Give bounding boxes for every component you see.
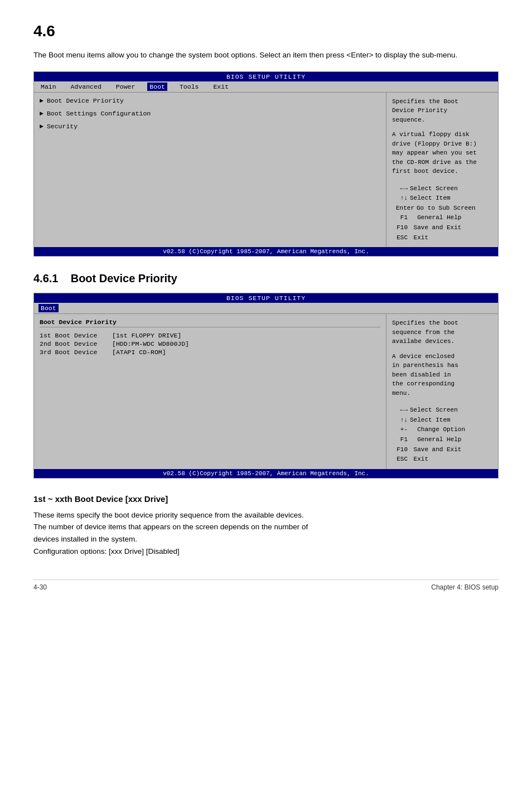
bios-main-title: BIOS SETUP UTILITY bbox=[34, 72, 498, 81]
arrow-icon: ► bbox=[40, 123, 43, 130]
nav-tools: Tools bbox=[177, 83, 201, 91]
bios-boot-content: Boot Device Priority 1st Boot Device [1s… bbox=[34, 314, 498, 469]
device-label-3: 3rd Boot Device bbox=[40, 349, 112, 356]
bios-boot-right-desc2: A device enclosedin parenthesis hasbeen … bbox=[392, 352, 492, 398]
bios-key-help: ←→Select Screen ↑↓Select Item EnterGo to… bbox=[392, 184, 492, 243]
key-desc: Save and Exit bbox=[410, 223, 461, 233]
key-sym: F10 bbox=[392, 445, 408, 455]
key-sym: ESC bbox=[392, 233, 408, 243]
page-number: 4-30 bbox=[33, 583, 47, 591]
bios-boot-right-desc1: Specifies the bootsequence from theavail… bbox=[392, 318, 492, 346]
chapter-label: Chapter 4: BIOS setup bbox=[431, 583, 499, 591]
bios-boot-right: Specifies the bootsequence from theavail… bbox=[386, 314, 498, 469]
arrow-icon: ► bbox=[40, 97, 43, 104]
bios-menu-boot-settings: ► Boot Settings Configuration bbox=[40, 110, 380, 117]
nav-exit: Exit bbox=[211, 83, 231, 91]
key-desc: Save and Exit bbox=[410, 445, 461, 455]
key-sym: F1 bbox=[392, 213, 408, 223]
bios-menu-security: ► Security bbox=[40, 123, 380, 130]
menu-label-boot-device: Boot Device Priority bbox=[47, 97, 124, 104]
section-description: The Boot menu items allow you to change … bbox=[33, 49, 499, 61]
bios-boot-nav: Boot bbox=[34, 303, 498, 314]
bios-boot-title: BIOS SETUP UTILITY bbox=[34, 293, 498, 303]
key-sym: F1 bbox=[392, 435, 408, 445]
nav-main: Main bbox=[38, 83, 59, 91]
key-desc: Exit bbox=[410, 455, 428, 465]
subsubsection-description: These items specify the boot device prio… bbox=[33, 509, 499, 557]
nav-power: Power bbox=[114, 83, 138, 91]
key-sym: ESC bbox=[392, 455, 408, 465]
menu-label-boot-settings: Boot Settings Configuration bbox=[47, 110, 151, 117]
bios-main-box: BIOS SETUP UTILITY Main Advanced Power B… bbox=[33, 71, 499, 257]
bios-right-desc1: Specifies the BootDevice Prioritysequenc… bbox=[392, 97, 492, 125]
menu-label-security: Security bbox=[47, 123, 78, 130]
device-value-3: [ATAPI CD-ROM] bbox=[112, 349, 166, 356]
key-sym: F10 bbox=[392, 223, 408, 233]
bios-boot-key-help: ←→Select Screen ↑↓Select Item +- Change … bbox=[392, 405, 492, 465]
bios-device-row-2: 2nd Boot Device [HDD:PM-WDC WD800JD] bbox=[40, 340, 380, 347]
subsection-title: 4.6.1 Boot Device Priority bbox=[33, 272, 499, 285]
bios-menu-boot-device: ► Boot Device Priority bbox=[40, 97, 380, 104]
bios-boot-left: Boot Device Priority 1st Boot Device [1s… bbox=[34, 314, 386, 469]
key-sym: ↑↓ bbox=[392, 194, 408, 204]
key-desc: Select Item bbox=[410, 416, 451, 426]
bios-right-desc2: A virtual floppy diskdrive (Floppy Drive… bbox=[392, 130, 492, 176]
bios-main-nav: Main Advanced Power Boot Tools Exit bbox=[34, 81, 498, 93]
nav-boot-active: Boot bbox=[38, 304, 59, 312]
key-desc: General Help bbox=[410, 213, 461, 223]
key-desc: Select Screen bbox=[410, 405, 458, 416]
bios-device-table: 1st Boot Device [1st FLOPPY DRIVE] 2nd B… bbox=[40, 332, 380, 356]
key-sym: Enter bbox=[392, 204, 414, 214]
key-sym: ↑↓ bbox=[392, 416, 408, 426]
bios-main-content: ► Boot Device Priority ► Boot Settings C… bbox=[34, 93, 498, 248]
key-desc: Go to Sub Screen bbox=[417, 204, 476, 214]
key-sym: ←→ bbox=[392, 184, 408, 194]
bios-main-left: ► Boot Device Priority ► Boot Settings C… bbox=[34, 93, 386, 248]
device-value-1: [1st FLOPPY DRIVE] bbox=[112, 332, 181, 339]
key-desc: Change Option bbox=[410, 425, 465, 435]
device-label-2: 2nd Boot Device bbox=[40, 340, 112, 347]
key-desc: Select Item bbox=[410, 194, 451, 204]
bios-boot-footer: v02.58 (C)Copyright 1985-2007, American … bbox=[34, 469, 498, 478]
nav-advanced: Advanced bbox=[69, 83, 104, 91]
bios-main-right: Specifies the BootDevice Prioritysequenc… bbox=[386, 93, 498, 248]
device-label-1: 1st Boot Device bbox=[40, 332, 112, 339]
bios-device-row-1: 1st Boot Device [1st FLOPPY DRIVE] bbox=[40, 332, 380, 339]
section-title: 4.6 bbox=[33, 22, 499, 40]
bios-main-footer: v02.58 (C)Copyright 1985-2007, American … bbox=[34, 247, 498, 256]
device-value-2: [HDD:PM-WDC WD800JD] bbox=[112, 340, 189, 347]
key-desc: Select Screen bbox=[410, 184, 458, 194]
key-desc: General Help bbox=[410, 435, 461, 445]
key-sym: +- bbox=[392, 425, 408, 435]
subsubsection-title: 1st ~ xxth Boot Device [xxx Drive] bbox=[33, 494, 499, 504]
key-desc: Exit bbox=[410, 233, 428, 243]
nav-boot: Boot bbox=[147, 83, 167, 91]
key-sym: ←→ bbox=[392, 405, 408, 416]
page-footer: 4-30 Chapter 4: BIOS setup bbox=[33, 579, 499, 591]
bios-boot-section-header: Boot Device Priority bbox=[40, 318, 380, 327]
bios-device-row-3: 3rd Boot Device [ATAPI CD-ROM] bbox=[40, 349, 380, 356]
arrow-icon: ► bbox=[40, 110, 43, 117]
bios-boot-box: BIOS SETUP UTILITY Boot Boot Device Prio… bbox=[33, 293, 499, 479]
